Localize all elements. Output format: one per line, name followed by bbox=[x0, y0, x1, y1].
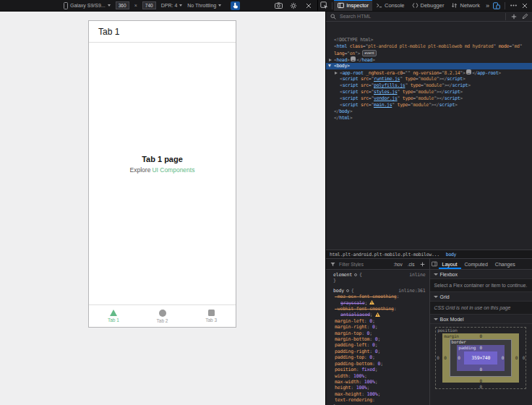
tab-debugger[interactable]: Debugger bbox=[408, 0, 448, 11]
expand-arrow-icon[interactable] bbox=[328, 63, 334, 69]
attribute-link[interactable]: polyfills.js bbox=[374, 82, 405, 88]
selector-highlighter-icon[interactable] bbox=[354, 273, 357, 276]
markup-line[interactable]: <script src="vendor.js" type="module"></… bbox=[326, 95, 532, 102]
rule-selector[interactable]: body{inline:361 bbox=[327, 288, 428, 294]
tab-layout[interactable]: Layout bbox=[439, 259, 461, 269]
markup-line[interactable]: </html> bbox=[326, 115, 532, 122]
css-declaration[interactable]: max-width: 100%; bbox=[327, 379, 428, 385]
css-declaration[interactable]: padding-right: 0; bbox=[327, 349, 428, 354]
markup-line[interactable]: <script src="main.js" type="module"></sc… bbox=[326, 102, 532, 108]
css-declaration[interactable]: width: 100%; bbox=[327, 373, 428, 379]
tab-console[interactable]: Console bbox=[372, 0, 408, 11]
css-declaration[interactable]: max-height: 100%; bbox=[327, 391, 428, 397]
tab-computed[interactable]: Computed bbox=[461, 259, 492, 269]
event-badge[interactable]: event bbox=[362, 50, 376, 56]
tab-changes[interactable]: Changes bbox=[492, 259, 519, 269]
markup-line[interactable]: <script src="styles.js" type="module"></… bbox=[326, 89, 532, 95]
viewport-height-input[interactable] bbox=[142, 1, 156, 9]
class-toggle-button[interactable]: .cls bbox=[406, 262, 416, 267]
rule-source-link[interactable]: inline:361 bbox=[398, 288, 427, 294]
screenshot-button[interactable] bbox=[273, 1, 283, 11]
attribute-link[interactable]: runtime.js bbox=[374, 76, 400, 82]
css-declaration[interactable]: padding-bottom: 0; bbox=[327, 361, 428, 367]
position-bottom-value[interactable]: 0 bbox=[480, 384, 482, 389]
selector-highlighter-icon[interactable] bbox=[346, 289, 349, 292]
css-declaration[interactable]: margin-left: 0; bbox=[327, 318, 428, 324]
markup-line[interactable]: <script src="polyfills.js" type="module"… bbox=[326, 82, 532, 89]
touch-simulation-button[interactable] bbox=[231, 1, 240, 10]
rules-pane: :hov .cls element{inline}body{inline:361… bbox=[326, 259, 429, 405]
device-selector[interactable]: Galaxy S9/S9... bbox=[64, 2, 111, 9]
attribute-link[interactable]: main.js bbox=[374, 102, 392, 108]
markup-line[interactable]: <html class="plt-android plt-mobile plt-… bbox=[326, 43, 532, 50]
markup-view[interactable]: <!DOCTYPE html><html class="plt-android … bbox=[326, 22, 532, 250]
markup-line[interactable]: <script src="runtime.js" type="module"><… bbox=[326, 76, 532, 82]
css-declaration[interactable]: padding-left: 0; bbox=[327, 342, 428, 348]
markup-line[interactable]: <body> bbox=[326, 63, 532, 69]
padding-left-value[interactable]: 0 bbox=[458, 355, 460, 360]
collapsed-content-marker[interactable]: … bbox=[351, 56, 356, 61]
markup-line[interactable]: </body> bbox=[326, 108, 532, 115]
flexbox-section-header[interactable]: Flexbox bbox=[430, 270, 532, 279]
margin-right-value[interactable]: 0 bbox=[515, 355, 518, 360]
rdm-close-button[interactable] bbox=[304, 1, 314, 11]
throttling-selector[interactable]: No Throttling bbox=[187, 3, 221, 8]
markup-line[interactable]: <!DOCTYPE html> bbox=[326, 37, 532, 43]
margin-top-value[interactable]: 0 bbox=[480, 333, 482, 338]
tab-network[interactable]: Network bbox=[447, 0, 484, 11]
position-right-value[interactable]: 0 bbox=[523, 355, 525, 360]
css-declaration[interactable]: -moz-osx-font-smoothing: grayscale; bbox=[327, 294, 428, 306]
rdm-toggle-button[interactable] bbox=[492, 1, 502, 11]
box-model-margin-layer[interactable]: 359×740 bbox=[442, 333, 519, 383]
css-declaration[interactable]: margin-top: 0; bbox=[327, 331, 428, 336]
viewport-width-input[interactable] bbox=[116, 1, 129, 9]
attribute-link[interactable]: styles.js bbox=[374, 89, 398, 95]
tab-inspector[interactable]: Inspector bbox=[334, 0, 372, 11]
toolbox-menu-button[interactable] bbox=[508, 1, 518, 11]
tab-item-2[interactable]: Tab 2 bbox=[138, 305, 187, 327]
rule-selector[interactable]: element{inline bbox=[327, 272, 428, 278]
tab-item-1[interactable]: Tab 1 bbox=[89, 305, 138, 327]
padding-bottom-value[interactable]: 0 bbox=[480, 367, 482, 372]
css-declaration[interactable]: margin-bottom: 0; bbox=[327, 336, 428, 342]
filter-styles-input[interactable] bbox=[339, 262, 390, 267]
sidebar-toggle-icon[interactable] bbox=[430, 260, 439, 268]
boxmodel-section-header[interactable]: Box Model bbox=[430, 315, 532, 324]
css-declaration[interactable]: position: fixed; bbox=[327, 367, 428, 372]
box-model-content[interactable]: 359×740 bbox=[464, 351, 497, 364]
ui-components-link[interactable]: UI Components bbox=[152, 166, 194, 174]
toolbox-close-button[interactable] bbox=[520, 1, 530, 11]
rdm-settings-button[interactable] bbox=[288, 1, 299, 11]
css-declaration[interactable]: margin-right: 0; bbox=[327, 324, 428, 330]
margin-bottom-value[interactable]: 0 bbox=[480, 378, 482, 383]
overflow-tabs-button[interactable]: » bbox=[484, 0, 492, 11]
breadcrumb-html[interactable]: html.plt-android.plt-mobile.plt-mobilew.… bbox=[330, 252, 439, 257]
padding-top-value[interactable]: 0 bbox=[480, 345, 482, 350]
tab-label: Debugger bbox=[421, 2, 445, 9]
tab-item-3[interactable]: Tab 3 bbox=[186, 305, 236, 327]
grid-section-header[interactable]: Grid bbox=[430, 292, 532, 302]
add-rule-button[interactable] bbox=[419, 260, 427, 268]
css-declaration[interactable]: padding-top: 0; bbox=[327, 354, 428, 360]
breadcrumb-body[interactable]: body bbox=[446, 252, 456, 257]
attribute-link[interactable]: vendor.js bbox=[374, 95, 398, 101]
eyedropper-button[interactable] bbox=[520, 12, 529, 21]
search-html-input[interactable] bbox=[340, 14, 502, 19]
ellipse-icon bbox=[159, 310, 166, 317]
padding-right-value[interactable]: 0 bbox=[502, 355, 504, 360]
pseudo-class-button[interactable]: :hov bbox=[392, 262, 403, 267]
position-left-value[interactable]: 0 bbox=[437, 355, 439, 360]
collapsed-content-marker[interactable]: … bbox=[466, 69, 472, 74]
css-declaration[interactable]: text-rendering: bbox=[327, 397, 428, 403]
add-node-button[interactable] bbox=[510, 12, 518, 21]
css-declaration[interactable]: -webkit-font-smoothing: antialiased; bbox=[327, 306, 428, 318]
markup-line[interactable]: lang="en">event bbox=[326, 50, 532, 56]
rule-source-link[interactable]: inline bbox=[409, 272, 427, 278]
pick-element-button[interactable] bbox=[318, 0, 330, 10]
markup-line[interactable]: <head>…</head> bbox=[326, 56, 532, 63]
css-declaration[interactable]: height: 100%; bbox=[327, 385, 428, 391]
rules-view[interactable]: element{inline}body{inline:361-moz-osx-f… bbox=[326, 270, 429, 405]
margin-left-value[interactable]: 0 bbox=[444, 355, 446, 360]
dpr-selector[interactable]: DPR: 4 bbox=[161, 3, 183, 8]
markup-line[interactable]: <app-root _nghost-era-c0="" ng-version="… bbox=[326, 69, 532, 76]
